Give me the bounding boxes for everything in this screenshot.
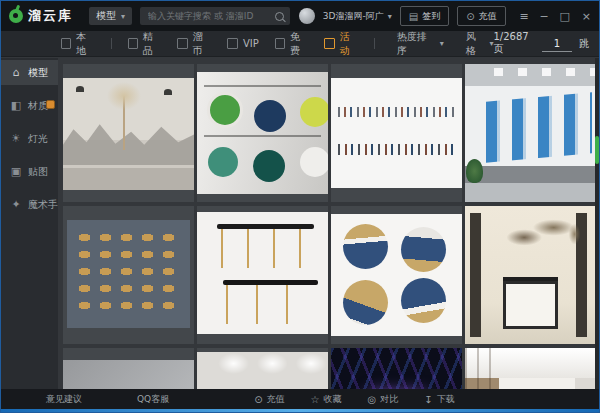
action-label: 收藏 [324,393,342,406]
sidebar-item-1[interactable]: ◧材质 [1,93,58,118]
category-dropdown[interactable]: 模型 ▾ [89,7,132,25]
sidebar-item-0[interactable]: ⌂模型 [1,60,58,85]
checkbox-icon [324,38,334,49]
sidebar-item-3[interactable]: ▣贴图 [1,159,58,184]
minimize-icon[interactable]: ─ [541,11,548,22]
signin-label: 签到 [422,10,440,23]
thumbnail-console-table[interactable] [465,206,596,344]
category-dropdown-label: 模型 [96,9,116,23]
scrollbar-thumb[interactable] [595,136,599,164]
thumbnail-bar-table-stools[interactable] [197,206,328,344]
content-area [58,58,599,389]
art-layer [331,348,462,389]
art-layer [221,224,310,268]
thumbnail-image [63,360,194,389]
status-left: 意见建议 QQ客服 [46,393,169,406]
search-icon[interactable] [275,12,284,21]
chevron-down-icon: ▾ [440,39,444,48]
filter-checkbox-4[interactable]: 免费 [275,30,309,58]
action-1[interactable]: ☆收藏 [311,393,342,406]
scrollbar-track[interactable] [595,58,599,389]
sidebar: ⌂模型◧材质☀灯光▣贴图✦魔术手 [1,58,58,389]
signin-button[interactable]: ▤ 签到 [400,6,449,26]
thumbnail-interior-room[interactable] [465,348,596,389]
search-box[interactable] [140,7,290,25]
recharge-label: 充值 [479,10,497,23]
checkbox-icon [227,38,238,49]
chevron-down-icon: ▾ [121,12,125,21]
app-logo: 溜云库 [9,7,73,25]
action-label: 对比 [380,393,398,406]
close-icon[interactable]: × [582,11,591,22]
download-icon: ↧ [424,394,432,405]
window-controls: ≡ ─ □ × [520,11,591,22]
sidebar-item-label: 材质 [28,99,48,113]
sort-label: 热度排序 [397,30,435,58]
thumbnail-image [197,212,328,334]
checkbox-icon [177,38,187,49]
art-layer [207,352,328,389]
search-input[interactable] [146,10,271,22]
filter-label: 本地 [76,30,94,58]
art-layer [503,281,558,329]
avatar[interactable] [299,8,315,24]
thumbnail-people-cutouts[interactable] [331,64,462,202]
model-icon: ⌂ [10,66,22,79]
art-layer [486,92,592,162]
filter-checkbox-5[interactable]: 活动 [324,30,358,58]
logo-drop-icon [9,9,23,23]
sorters: 热度排序 ▾ 风格 ▾ [397,30,493,58]
sidebar-item-2[interactable]: ☀灯光 [1,126,58,151]
recharge-button[interactable]: ⊙ 充值 [457,6,505,26]
thumbnail-image [331,78,462,188]
username[interactable]: 3D溜溜网-阿广 ▾ [323,10,392,23]
thumbnail-image [331,214,462,336]
thumbnail-round-wall-art[interactable] [331,206,462,344]
thumbnail-stage-lighting[interactable] [331,348,462,389]
style-dropdown[interactable]: 风格 ▾ [466,30,494,58]
art-layer [204,85,322,87]
art-layer [76,86,84,92]
jump-label[interactable]: 跳 [579,37,589,51]
thumbnail-gold-ornaments[interactable] [63,206,194,344]
texture-icon: ▣ [10,165,22,178]
filter-label: 溜币 [193,30,211,58]
thumbnail-zen-landscape[interactable] [63,64,194,202]
art-layer [63,114,194,166]
action-label: 下载 [437,393,455,406]
menu-icon[interactable]: ≡ [520,11,529,22]
light-icon: ☀ [10,132,22,145]
filter-label: 免费 [290,30,308,58]
art-layer [338,107,456,117]
window-bottom-edge [1,409,599,412]
thumbnail-metal-discs[interactable] [63,348,194,389]
feedback-link[interactable]: 意见建议 [46,393,82,406]
sort-dropdown[interactable]: 热度排序 ▾ [397,30,444,58]
signin-icon: ▤ [409,11,418,22]
thumbnail-culture-wall[interactable] [465,64,596,202]
thumbnail-grid [58,58,599,389]
thumbnail-image [331,348,462,389]
new-badge-icon [46,100,55,109]
maximize-icon[interactable]: □ [559,11,569,22]
filter-checkbox-2[interactable]: 溜币 [177,30,211,58]
page-input[interactable] [542,36,572,52]
art-layer [494,68,596,76]
sidebar-item-4[interactable]: ✦魔术手 [1,192,58,217]
action-0[interactable]: ⊙充值 [254,393,284,406]
page-info: 1/2687页 [493,31,535,56]
action-3[interactable]: ↧下载 [424,393,454,406]
qq-service-link[interactable]: QQ客服 [137,393,169,406]
filter-checkbox-3[interactable]: VIP [227,38,259,49]
filter-checkbox-1[interactable]: 精品 [128,30,162,58]
thumbnail-shop-signs[interactable] [197,64,328,202]
filter-checkbox-0[interactable]: 本地 [61,30,95,58]
thumbnail-reception-wall[interactable] [197,348,328,389]
filter-label: VIP [243,38,259,49]
sidebar-item-label: 灯光 [28,132,48,146]
filter-label: 活动 [340,30,358,58]
titlebar-right: 3D溜溜网-阿广 ▾ ▤ 签到 ⊙ 充值 ≡ ─ □ × [299,6,591,26]
action-2[interactable]: ◎对比 [368,393,399,406]
recharge-icon: ⊙ [466,11,474,22]
thumbnail-image [197,352,328,389]
